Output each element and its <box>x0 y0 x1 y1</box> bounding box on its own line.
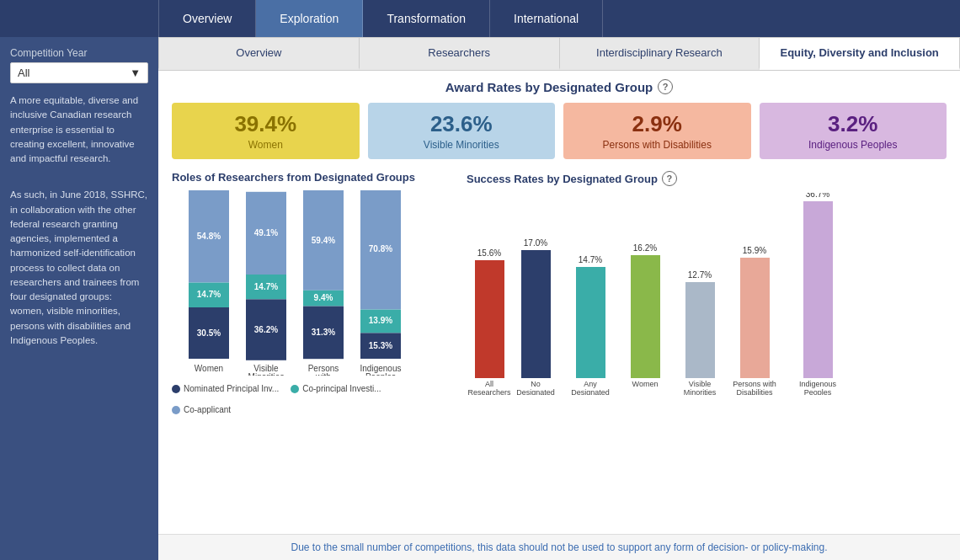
legend-coprincipal-label: Co-principal Investi... <box>302 384 381 393</box>
tab-edi[interactable]: Equity, Diversity and Inclusion <box>760 37 960 70</box>
legend-nominated: Nominated Principal Inv... <box>172 384 279 393</box>
ip-pct: 3.2% <box>765 111 942 137</box>
award-card-ip: 3.2% Indigenous Peoples <box>760 103 947 159</box>
sidebar-description-1: A more equitable, diverse and inclusive … <box>10 93 148 166</box>
nav-transformation[interactable]: Transformation <box>363 0 490 37</box>
success-rates-panel: Success Rates by Designated Group ? 15.6… <box>458 171 947 414</box>
svg-text:59.4%: 59.4% <box>312 236 335 245</box>
nav-overview[interactable]: Overview <box>158 0 256 37</box>
svg-text:13.9%: 13.9% <box>369 316 392 325</box>
svg-text:with: with <box>315 372 331 376</box>
svg-rect-39 <box>576 267 605 378</box>
svg-rect-31 <box>475 260 504 378</box>
svg-rect-43 <box>631 255 660 378</box>
women-pct: 39.4% <box>177 111 355 137</box>
sidebar: Competition Year All ▼ A more equitable,… <box>0 37 158 560</box>
svg-text:Women: Women <box>632 380 659 388</box>
tab-researchers[interactable]: Researchers <box>360 37 560 70</box>
chevron-down-icon: ▼ <box>130 67 141 79</box>
vm-pct: 23.6% <box>373 111 551 137</box>
svg-text:15.6%: 15.6% <box>477 248 501 258</box>
svg-rect-35 <box>521 250 551 378</box>
legend-coapplicant: Co-applicant <box>172 405 231 414</box>
svg-text:15.3%: 15.3% <box>369 341 392 350</box>
svg-text:31.3%: 31.3% <box>312 328 335 337</box>
svg-text:36.7%: 36.7% <box>806 193 829 199</box>
footer-note: Due to the small number of competitions,… <box>158 534 960 560</box>
svg-text:No: No <box>531 380 541 388</box>
legend-coapplicant-label: Co-applicant <box>184 405 231 414</box>
women-label: Women <box>177 139 355 151</box>
svg-text:Disabilities: Disabilities <box>736 388 773 395</box>
success-rates-help-icon[interactable]: ? <box>662 171 677 186</box>
svg-text:Minorities: Minorities <box>684 388 717 395</box>
svg-text:Designated: Designated <box>516 388 555 395</box>
legend-nominated-label: Nominated Principal Inv... <box>184 384 279 393</box>
svg-text:16.2%: 16.2% <box>633 243 657 253</box>
charts-area: Award Rates by Designated Group ? 39.4% … <box>158 71 960 534</box>
svg-text:All: All <box>485 380 493 388</box>
svg-text:49.1%: 49.1% <box>254 228 278 237</box>
svg-rect-54 <box>803 201 833 378</box>
roles-stacked-chart: 54.8% 14.7% 30.5% Women 49.1% 14.7% 36.2… <box>172 190 424 376</box>
svg-rect-50 <box>740 258 770 378</box>
svg-text:Women: Women <box>195 364 223 373</box>
success-rates-title: Success Rates by Designated Group ? <box>467 171 947 186</box>
tab-interdisciplinary[interactable]: Interdisciplinary Research <box>560 37 760 70</box>
svg-text:Researchers: Researchers <box>467 388 511 395</box>
nav-international[interactable]: International <box>490 0 603 37</box>
svg-text:36.2%: 36.2% <box>254 325 278 334</box>
pwd-pct: 2.9% <box>568 111 746 137</box>
legend-coprincipal: Co-principal Investi... <box>291 384 381 393</box>
svg-text:Persons with: Persons with <box>733 380 776 388</box>
content-area: Overview Researchers Interdisciplinary R… <box>158 37 960 560</box>
sidebar-description-2: As such, in June 2018, SSHRC, in collabo… <box>10 188 148 348</box>
svg-text:30.5%: 30.5% <box>197 328 221 338</box>
svg-text:14.7%: 14.7% <box>254 282 278 291</box>
tab-overview[interactable]: Overview <box>158 37 360 70</box>
svg-text:Indigenous: Indigenous <box>799 380 837 388</box>
sub-tabs: Overview Researchers Interdisciplinary R… <box>158 37 960 71</box>
svg-text:Designated: Designated <box>571 388 610 395</box>
award-rates-help-icon[interactable]: ? <box>658 79 673 94</box>
success-rates-chart: 15.6% All Researchers 17.0% No Designate… <box>467 193 871 395</box>
select-value: All <box>18 67 29 79</box>
main-layout: Competition Year All ▼ A more equitable,… <box>0 37 960 560</box>
svg-text:14.7%: 14.7% <box>197 290 221 299</box>
roles-chart-legend: Nominated Principal Inv... Co-principal … <box>172 384 450 414</box>
roles-chart-title: Roles of Researchers from Designated Gro… <box>172 171 450 184</box>
award-card-vm: 23.6% Visible Minorities <box>368 103 556 159</box>
svg-text:Visible: Visible <box>689 380 711 388</box>
vm-label: Visible Minorities <box>373 139 551 151</box>
award-cards: 39.4% Women 23.6% Visible Minorities 2.9… <box>172 103 947 159</box>
svg-text:Minorities: Minorities <box>248 372 285 376</box>
roles-chart-panel: Roles of Researchers from Designated Gro… <box>172 171 458 414</box>
competition-year-select[interactable]: All ▼ <box>10 62 148 83</box>
award-card-women: 39.4% Women <box>172 103 360 159</box>
award-card-pwd: 2.9% Persons with Disabilities <box>563 103 751 159</box>
svg-rect-46 <box>685 282 715 378</box>
svg-text:Peoples: Peoples <box>804 388 832 395</box>
chart-panels: Roles of Researchers from Designated Gro… <box>172 171 947 414</box>
nav-exploration[interactable]: Exploration <box>256 0 363 37</box>
top-navigation: Overview Exploration Transformation Inte… <box>0 0 960 37</box>
svg-text:15.9%: 15.9% <box>743 246 766 255</box>
svg-text:9.4%: 9.4% <box>314 293 333 302</box>
svg-text:54.8%: 54.8% <box>197 232 221 241</box>
svg-text:12.7%: 12.7% <box>688 270 712 280</box>
svg-text:Peoples: Peoples <box>365 372 396 376</box>
award-rates-title: Award Rates by Designated Group ? <box>172 79 947 94</box>
svg-text:Any: Any <box>584 380 597 388</box>
ip-label: Indigenous Peoples <box>765 139 942 151</box>
pwd-label: Persons with Disabilities <box>568 139 746 151</box>
svg-text:70.8%: 70.8% <box>369 244 392 253</box>
svg-text:14.7%: 14.7% <box>579 255 602 264</box>
competition-year-label: Competition Year <box>10 47 148 59</box>
svg-text:17.0%: 17.0% <box>524 238 547 248</box>
